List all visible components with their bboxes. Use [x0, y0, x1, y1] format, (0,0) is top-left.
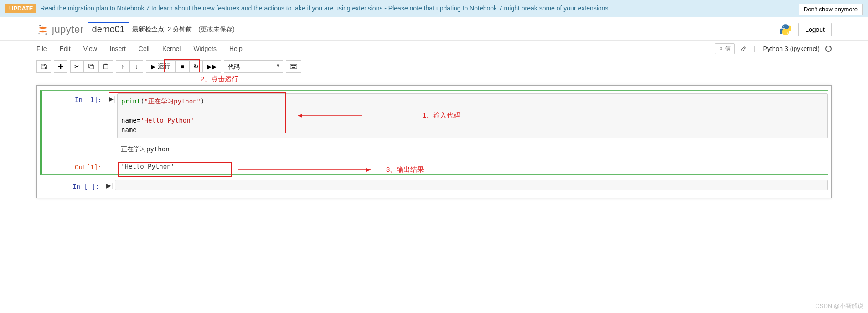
- svg-rect-14: [295, 65, 296, 66]
- code-cell-1[interactable]: In [1]: ▶| print("正在学习python") name='Hel…: [40, 90, 828, 175]
- code-input[interactable]: [115, 180, 828, 190]
- banner-text-pre: Read: [38, 5, 57, 12]
- kernel-indicator-icon: [825, 46, 832, 52]
- menu-file[interactable]: File: [36, 45, 47, 52]
- code-input[interactable]: print("正在学习python") name='Hello Python' …: [117, 93, 828, 138]
- run-label: 运行: [158, 62, 170, 71]
- kernel-name[interactable]: Python 3 (ipykernel): [763, 45, 820, 52]
- arrow-up-icon: ↑: [121, 63, 124, 70]
- stdout-output: 正在学习python: [117, 144, 828, 155]
- annotation-run: 2、点击运行: [201, 75, 238, 83]
- cell-type-select[interactable]: 代码: [224, 60, 283, 73]
- svg-rect-12: [293, 65, 294, 66]
- header: jupyter demo01 最新检查点: 2 分钟前 (更改未保存) Logo…: [0, 17, 868, 40]
- checkpoint-status: 最新检查点: 2 分钟前: [132, 26, 192, 34]
- copy-button[interactable]: [84, 60, 98, 73]
- menu-widgets[interactable]: Widgets: [193, 45, 217, 52]
- fast-forward-icon: ▶▶: [207, 63, 217, 70]
- svg-rect-8: [104, 64, 107, 65]
- svg-marker-19: [366, 168, 371, 172]
- menu-edit[interactable]: Edit: [60, 45, 71, 52]
- stop-icon: ■: [181, 63, 184, 70]
- move-down-button[interactable]: ↓: [129, 60, 143, 73]
- banner-text-post: to Notebook 7 to learn about the new fea…: [108, 5, 610, 12]
- svg-rect-13: [294, 65, 295, 66]
- run-cell-icon[interactable]: ▶|: [104, 180, 115, 190]
- add-cell-button[interactable]: ✚: [54, 60, 67, 73]
- svg-point-2: [38, 33, 39, 34]
- command-palette-button[interactable]: [286, 60, 301, 73]
- interrupt-button[interactable]: ■: [176, 60, 189, 73]
- autosave-status: (更改未保存): [198, 26, 234, 34]
- logout-button[interactable]: Logout: [798, 23, 832, 36]
- save-icon: [41, 63, 47, 70]
- annotation-input: 1、输入代码: [298, 111, 460, 120]
- svg-marker-17: [298, 114, 302, 118]
- run-button[interactable]: ▶运行: [146, 60, 176, 73]
- in-prompt: In [ ]:: [40, 180, 104, 190]
- notebook-area: In [1]: ▶| print("正在学习python") name='Hel…: [0, 76, 868, 216]
- arrow-down-icon: ↓: [135, 63, 138, 70]
- scissors-icon: ✂: [74, 63, 80, 70]
- result-output: 'Hello Python': [117, 161, 828, 172]
- jupyter-icon: [36, 23, 49, 36]
- svg-point-1: [45, 33, 47, 35]
- empty-prompt: [42, 144, 106, 155]
- dismiss-button[interactable]: Don't show anymore: [799, 4, 863, 15]
- restart-icon: ↻: [193, 63, 199, 70]
- svg-rect-7: [104, 65, 108, 69]
- edit-icon[interactable]: [740, 46, 747, 52]
- move-up-button[interactable]: ↑: [116, 60, 129, 73]
- migration-link[interactable]: the migration plan: [57, 5, 108, 12]
- menu-kernel[interactable]: Kernel: [162, 45, 181, 52]
- keyboard-icon: [290, 64, 297, 69]
- update-badge: UPDATE: [5, 4, 36, 13]
- notebook-name[interactable]: demo01: [88, 22, 129, 36]
- copy-icon: [88, 63, 94, 70]
- jupyter-text: jupyter: [52, 24, 84, 36]
- run-cell-icon[interactable]: ▶|: [106, 93, 117, 138]
- divider: |: [754, 45, 756, 52]
- svg-rect-6: [90, 65, 93, 69]
- toolbar: ✚ ✂ ↑ ↓ ▶运行 ■ ↻ ▶▶ 代码 2、点击运行: [0, 57, 868, 76]
- menubar: File Edit View Insert Cell Kernel Widget…: [0, 40, 868, 57]
- svg-rect-11: [292, 65, 293, 66]
- code-cell-2[interactable]: In [ ]: ▶|: [40, 177, 828, 193]
- in-prompt: In [1]:: [42, 93, 106, 138]
- restart-button[interactable]: ↻: [189, 60, 203, 73]
- svg-rect-9: [290, 64, 297, 69]
- menu-help[interactable]: Help: [229, 45, 243, 52]
- notebook-container: In [1]: ▶| print("正在学习python") name='Hel…: [36, 85, 832, 198]
- update-banner: UPDATE Read the migration plan to Notebo…: [0, 0, 868, 17]
- svg-rect-10: [291, 65, 292, 66]
- menu-insert[interactable]: Insert: [110, 45, 126, 52]
- jupyter-logo[interactable]: jupyter: [36, 23, 84, 36]
- menu-view[interactable]: View: [83, 45, 97, 52]
- cut-button[interactable]: ✂: [70, 60, 84, 73]
- python-icon: [779, 23, 792, 36]
- paste-icon: [103, 63, 109, 70]
- plus-icon: ✚: [58, 63, 63, 70]
- svg-point-3: [783, 26, 784, 26]
- save-button[interactable]: [36, 60, 51, 73]
- trusted-badge[interactable]: 可信: [715, 43, 735, 54]
- svg-point-4: [787, 32, 788, 33]
- play-icon: ▶: [151, 63, 156, 70]
- out-prompt: Out[1]:: [42, 161, 106, 172]
- paste-button[interactable]: [98, 60, 113, 73]
- menu-cell[interactable]: Cell: [139, 45, 150, 52]
- restart-run-all-button[interactable]: ▶▶: [203, 60, 221, 73]
- annotation-output: 3、输出结果: [238, 165, 424, 174]
- svg-rect-15: [292, 67, 295, 68]
- svg-point-0: [39, 25, 41, 26]
